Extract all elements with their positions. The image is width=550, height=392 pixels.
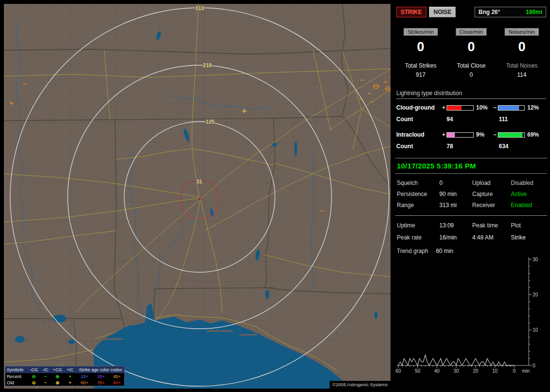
uptime-value: 13:09 <box>439 222 472 229</box>
sensor-marker <box>199 198 201 200</box>
settings-grid: Squelch 0 Upload Disabled Persistence 90… <box>395 180 547 209</box>
legend-col-pos-ic: +IC <box>64 367 76 372</box>
legend-age-title: Strike age color codes <box>76 367 125 372</box>
capture-label: Capture <box>472 191 511 197</box>
upload-status: Disabled <box>511 180 546 186</box>
pos-ic-icon: + <box>64 380 76 385</box>
noises-per-min-label: Noises/min <box>505 28 538 36</box>
pos-cg-icon: ⊕ <box>51 374 64 379</box>
legend-col-pos-cg: +CG <box>51 367 64 372</box>
noises-counter: Noises/min 0 Total Noises 114 <box>496 28 547 78</box>
trend-graph-label: Trend graph <box>397 248 428 254</box>
count-label: Count <box>396 143 441 150</box>
ring-label-125: 125 <box>206 119 215 125</box>
legend-old-label: Old <box>7 380 28 385</box>
ic-plus-gauge <box>447 132 474 138</box>
receiver-label: Receiver <box>472 202 511 209</box>
cloud-ground-count-row: Count 94 111 <box>396 113 546 125</box>
intracloud-row: Intracloud + 9% − 69% <box>396 129 546 140</box>
close-per-min-value: 0 <box>446 40 497 55</box>
range-value: 160mi <box>526 9 542 15</box>
plot-mode-value: Strike <box>511 234 546 241</box>
legend-row-old: Old ⊖ − ⊕ + 60+ 75+ 90+ <box>5 379 124 386</box>
legend-row-recent: Recent ⊖ − ⊕ + 15+ 30+ 45+ <box>5 373 124 379</box>
svg-text:60: 60 <box>395 368 401 374</box>
receiver-status: Enabled <box>511 202 546 209</box>
ring-label-219: 219 <box>203 62 212 68</box>
strikes-per-min-value: 0 <box>395 40 446 55</box>
total-close-value: 0 <box>446 71 497 78</box>
radar-map: 313 219 125 31 <box>4 4 391 389</box>
persistence-value: 90 min <box>439 191 472 197</box>
svg-text:30: 30 <box>533 257 538 262</box>
uptime-label: Uptime <box>397 222 439 229</box>
copyright-text: ©2005 Astrogenic Systems <box>330 381 391 389</box>
trend-graph-header: Trend graph 60 min <box>395 248 547 254</box>
svg-text:10: 10 <box>533 327 538 333</box>
divider <box>395 215 547 216</box>
neg-ic-icon: − <box>40 380 51 385</box>
upload-label: Upload <box>472 180 511 186</box>
noise-button[interactable]: NOISE <box>429 7 456 17</box>
ic-minus-percent: 69% <box>525 131 541 138</box>
total-strikes-label: Total Strikes <box>395 62 446 69</box>
intracloud-label: Intracloud <box>396 131 441 138</box>
total-noises-value: 114 <box>496 71 547 78</box>
ic-plus-percent: 9% <box>474 131 492 138</box>
total-strikes-value: 917 <box>395 71 446 78</box>
svg-text:0: 0 <box>513 368 516 374</box>
intracloud-count-row: Count 78 634 <box>396 140 546 152</box>
cloud-ground-row: Cloud-ground + 10% − 12% <box>396 102 546 113</box>
strikes-counter: Strikes/min 0 Total Strikes 917 <box>395 28 446 78</box>
cg-plus-gauge <box>447 105 474 111</box>
close-counter: Close/min 0 Total Close 0 <box>446 28 497 78</box>
minus-sign: − <box>492 104 498 111</box>
map-area: 313 219 125 31 Symbols -CG -IC +CG +IC S… <box>4 4 391 389</box>
distribution-title: Lightning type distribution <box>396 90 546 99</box>
plot-label: Plot <box>511 222 546 229</box>
svg-text:50: 50 <box>415 368 420 374</box>
neg-cg-icon: ⊖ <box>28 380 40 385</box>
legend-recent-label: Recent <box>7 374 28 379</box>
peak-rate-value: 16/min <box>439 234 472 241</box>
datetime-display: 10/17/2025 5:39:16 PM <box>395 158 547 174</box>
ring-label-313: 313 <box>195 5 204 11</box>
persistence-label: Persistence <box>397 191 439 197</box>
peak-time-label: Peak time <box>472 222 511 229</box>
age-code-75: 75+ <box>93 380 109 385</box>
strikes-per-min-label: Strikes/min <box>404 28 437 36</box>
minus-sign: − <box>492 131 498 138</box>
bearing-range-display: Bng 26° 160mi <box>475 7 546 17</box>
neg-cg-icon: ⊖ <box>28 374 40 379</box>
bearing-value: Bng 26° <box>478 9 500 15</box>
map-legend: Symbols -CG -IC +CG +IC Strike age color… <box>5 366 125 386</box>
capture-status: Active <box>511 191 546 197</box>
ic-minus-count: 634 <box>492 143 546 150</box>
svg-text:30: 30 <box>453 368 459 374</box>
trend-window-value: 60 min <box>436 248 453 254</box>
noises-per-min-value: 0 <box>496 40 547 55</box>
squelch-value: 0 <box>439 180 472 186</box>
legend-col-neg-ic: -IC <box>40 367 51 372</box>
ic-minus-gauge <box>498 132 525 138</box>
strike-button[interactable]: STRIKE <box>396 7 426 17</box>
rate-counters: Strikes/min 0 Total Strikes 917 Close/mi… <box>395 28 547 78</box>
svg-text:10: 10 <box>492 368 498 374</box>
total-close-label: Total Close <box>446 62 497 69</box>
age-code-30: 30+ <box>93 374 109 379</box>
count-label: Count <box>396 116 441 123</box>
svg-text:20: 20 <box>533 292 538 297</box>
peak-rate-label: Peak rate <box>397 234 439 241</box>
svg-text:0: 0 <box>533 363 536 368</box>
ring-label-31: 31 <box>196 179 202 184</box>
status-panel: STRIKE NOISE Bng 26° 160mi Strikes/min 0… <box>395 4 547 389</box>
panel-toolbar: STRIKE NOISE Bng 26° 160mi <box>395 7 547 17</box>
legend-symbols-title: Symbols <box>7 367 28 372</box>
legend-col-neg-cg: -CG <box>28 367 40 372</box>
plus-sign: + <box>441 131 447 138</box>
age-code-45: 45+ <box>109 374 125 379</box>
lightning-distribution: Lightning type distribution Cloud-ground… <box>395 90 547 152</box>
cg-minus-gauge <box>498 105 525 111</box>
range-label: Range <box>397 202 439 209</box>
pos-ic-icon: + <box>64 374 76 379</box>
